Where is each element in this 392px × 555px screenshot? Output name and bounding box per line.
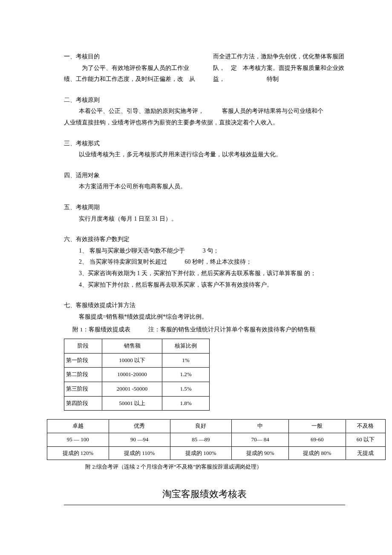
cell: 70— 84 (232, 433, 289, 447)
cell: 一般 (288, 420, 346, 433)
sec2-heading: 二、考核原则 (64, 95, 345, 106)
cell: 无提成 (346, 446, 385, 460)
cell: 20001 -50000 (102, 382, 162, 396)
sec6-item3: 3、买家咨询有效期为 1 天，买家拍下并付款，然后买家再去联系客服，该订单算客服… (64, 268, 345, 279)
sec2-p1: 本着公平、公正、引导、激励的原则实施考评， 客服人员的考评结果将与公司业绩和个 (64, 106, 345, 117)
sec7-p1: 客服提成=销售额*绩效提成比例*综合考评比例。 (64, 311, 345, 323)
sec7-heading: 七、客服绩效提成计算方法 (64, 300, 345, 311)
cell: 提成的 100% (170, 446, 232, 460)
cell: 10001-20000 (102, 368, 162, 382)
cell: 1.2% (162, 368, 210, 382)
sec4-p1: 本方案适用于本公司所有电商客服人员。 (64, 181, 345, 193)
sec6-heading: 六、有效接待客户数判定 (64, 234, 345, 245)
table-row: 阶段 销售额 核算比例 (64, 339, 210, 353)
table-row: 第二阶段 10001-20000 1.2% (64, 368, 210, 382)
cell: 1% (162, 353, 210, 368)
section-1: 一、考核目的 为了公平、有效地评价客服人员的工作业绩、工作能力和工作态度，及时纠… (64, 51, 345, 85)
sec3-heading: 三、考核形式 (64, 138, 345, 150)
sec1-heading: 一、考核目的 (64, 51, 196, 63)
cell: 优秀 (109, 420, 170, 433)
cell: 提成的 90% (232, 446, 289, 460)
cell: 提成的 120% (47, 446, 109, 460)
cell: 第二阶段 (64, 368, 102, 382)
cell: 85 —89 (170, 433, 232, 447)
sec6-item1: 1、 客服与买家最少聊天语句数不能少于 3 句； (64, 245, 345, 257)
cell: 60 以下 (346, 433, 385, 447)
grade-table: 卓越 优秀 良好 中 一般 不及格 95 — 100 90 —94 85 —89… (47, 419, 386, 460)
table-row: 第四阶段 50001 以上 1.8% (64, 396, 210, 411)
table-row: 卓越 优秀 良好 中 一般 不及格 (47, 420, 386, 433)
cell: 第三阶段 (64, 382, 102, 396)
commission-table: 阶段 销售额 核算比例 第一阶段 10000 以下 1% 第二阶段 10001-… (64, 339, 210, 411)
cell: 50001 以上 (102, 396, 162, 411)
table-row: 第一阶段 10000 以下 1% (64, 353, 210, 368)
cell: 中 (232, 420, 289, 433)
sec4-heading: 四、适用对象 (64, 170, 345, 181)
sec3-p1: 以业绩考核为主，多元考核形式并用来进行综合考量，以求考核效益最大化。 (64, 149, 345, 161)
tbl1-h3: 核算比例 (162, 339, 210, 353)
sec5-p1: 实行月度考核（每月 1 日至 31 日）。 (64, 213, 345, 225)
cell: 69-60 (288, 433, 346, 447)
tbl1-h1: 阶段 (64, 339, 102, 353)
cell: 良好 (170, 420, 232, 433)
cell: 1.8% (162, 396, 210, 411)
sec2-p2: 人业绩直接挂钩，业绩考评也将作为薪资的主要参考依据，直接决定着个人收入。 (64, 117, 345, 129)
cell: 提成的 80% (288, 446, 346, 460)
table-row: 提成的 120% 提成的 110% 提成的 100% 提成的 90% 提成的 8… (47, 446, 386, 460)
page-title: 淘宝客服绩效考核表 (64, 485, 345, 505)
cell: 第四阶段 (64, 396, 102, 411)
sec5-heading: 五、考核周期 (64, 202, 345, 213)
cell: 90 —94 (109, 433, 170, 447)
table-row: 第三阶段 20001 -50000 1.5% (64, 382, 210, 396)
cell: 10000 以下 (102, 353, 162, 368)
cell: 95 — 100 (47, 433, 109, 447)
cell: 不及格 (346, 420, 385, 433)
sec6-item4: 4、买家拍下并付款，然后客服再去联系买家，该客户不算有效接待客户。 (64, 279, 345, 291)
table-row: 95 — 100 90 —94 85 —89 70— 84 69-60 60 以… (47, 433, 386, 447)
attach1-note: 附 1：客服绩效提成表 注：客服的销售业绩统计只计算单个客服有效接待客户的销售额 (72, 324, 345, 335)
cell: 1.5% (162, 382, 210, 396)
cell: 提成的 110% (109, 446, 170, 460)
document-page: 一、考核目的 为了公平、有效地评价客服人员的工作业绩、工作能力和工作态度，及时纠… (0, 0, 392, 522)
attach2-note: 附 2:综合考评（连续 2 个月综合考评“不及格”的客服按辞退或调岗处理） (85, 462, 345, 472)
tbl1-h2: 销售额 (102, 339, 162, 353)
cell: 第一阶段 (64, 353, 102, 368)
cell: 卓越 (47, 420, 109, 433)
sec6-item2: 2、 当买家等待卖家回复时长超过 60 秒时，终止本次接待； (64, 256, 345, 268)
